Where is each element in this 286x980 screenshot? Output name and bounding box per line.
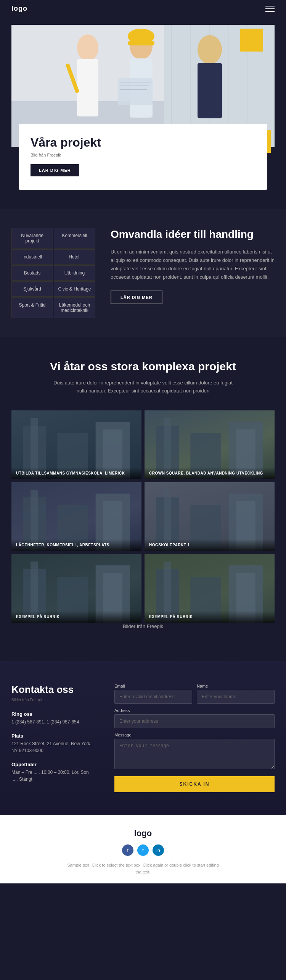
message-field[interactable] xyxy=(114,739,275,769)
gallery-title-g1: UTBILDA TILLSAMMANS GYMNASIESKOLA, LIMER… xyxy=(16,471,137,475)
name-field[interactable] xyxy=(197,690,275,704)
project-item-residential[interactable]: Bostads xyxy=(11,265,53,281)
project-item-civic[interactable]: Civic & Heritage xyxy=(54,281,95,297)
projects-content: Omvandla idéer till handling Ut enim ad … xyxy=(111,228,275,318)
contact-phone-label: Ring oss xyxy=(11,711,95,717)
svg-rect-9 xyxy=(77,59,98,116)
yellow-accent-top xyxy=(240,29,263,52)
hero-image-credit: Bild från Freepik xyxy=(31,153,255,157)
address-form-label: Address xyxy=(114,708,275,713)
footer: logo f t in Sample text. Click to select… xyxy=(0,815,286,883)
project-item-hotel[interactable]: Hotell xyxy=(54,249,95,265)
gallery-title-g2: CROWN SQUARE, BLANDAD ANVÄNDNING UTVECKL… xyxy=(149,471,270,475)
footer-logo: logo xyxy=(11,828,275,838)
complex-section: Vi åtar oss stora komplexa projekt Duis … xyxy=(0,337,286,661)
twitter-icon[interactable]: t xyxy=(137,844,149,856)
contact-freepik: Bilder från Freepik xyxy=(11,698,95,702)
gallery-item-g1[interactable]: UTBILDA TILLSAMMANS GYMNASIESKOLA, LIMER… xyxy=(11,410,141,479)
project-item-industrial[interactable]: Industriell xyxy=(11,249,53,265)
linkedin-icon[interactable]: in xyxy=(153,844,164,856)
complex-body: Duis aute irure dolor in reprehenderit i… xyxy=(48,379,238,395)
gallery-item-g2[interactable]: CROWN SQUARE, BLANDAD ANVÄNDNING UTVECKL… xyxy=(145,410,275,479)
header-logo: logo xyxy=(11,5,27,13)
project-item-current[interactable]: Nuvarande projekt xyxy=(11,228,53,249)
svg-point-14 xyxy=(198,35,222,64)
message-group: Message xyxy=(114,733,275,769)
message-label: Message xyxy=(114,733,275,737)
gallery-item-g3[interactable]: LÄGENHETER, KOMMERSIELL, ARBETSPLATS. xyxy=(11,482,141,551)
projects-gallery: UTBILDA TILLSAMMANS GYMNASIESKOLA, LIMER… xyxy=(11,410,275,623)
gallery-title-g5: EXEMPEL PÅ RUBRIK xyxy=(16,615,137,619)
gallery-item-g6[interactable]: EXEMPEL PÅ RUBRIK xyxy=(145,554,275,623)
contact-hours-group: Öppettider Mån – Fre ..... 10:00 – 20:00… xyxy=(11,762,95,783)
contact-hours: Mån – Fre ..... 10:00 – 20:00, Lör, Son … xyxy=(11,769,95,783)
email-field[interactable] xyxy=(114,690,192,704)
contact-phone-group: Ring oss 1 (234) 567-891, 1 (234) 987-65… xyxy=(11,711,95,725)
project-item-education[interactable]: Utbildning xyxy=(54,265,95,281)
contact-section: Kontakta oss Bilder från Freepik Ring os… xyxy=(0,661,286,815)
contact-left: Kontakta oss Bilder från Freepik Ring os… xyxy=(11,684,95,792)
contact-heading: Kontakta oss xyxy=(11,684,95,696)
contact-hours-label: Öppettider xyxy=(11,762,95,767)
contact-address: 121 Rock Street, 21 Avenue, New York, NY… xyxy=(11,740,95,754)
submit-button[interactable]: SKICKA IN xyxy=(114,776,275,792)
form-row-3: Message xyxy=(114,733,275,769)
gallery-title-g3: LÄGENHETER, KOMMERSIELL, ARBETSPLATS. xyxy=(16,543,137,547)
svg-rect-15 xyxy=(198,63,222,118)
footer-note: Sample text. Click to select the text bo… xyxy=(67,862,219,875)
name-group: Name xyxy=(197,684,275,704)
gallery-title-g6: EXEMPEL PÅ RUBRIK xyxy=(149,615,270,619)
projects-body: Ut enim ad minim veniam, quis nostrud ex… xyxy=(111,248,275,281)
contact-phone-numbers: 1 (234) 567-891, 1 (234) 987-654 xyxy=(11,718,95,725)
contact-form: Email Name Address Message xyxy=(114,684,275,792)
projects-grid: Nuvarande projektKommersiellIndustriellH… xyxy=(11,228,95,318)
svg-rect-13 xyxy=(128,41,154,45)
email-group: Email xyxy=(114,684,192,704)
gallery-title-g4: HÖGSKOLEPARKT 1 xyxy=(149,543,270,547)
email-label: Email xyxy=(114,684,192,688)
complex-heading: Vi åtar oss stora komplexa projekt xyxy=(11,360,275,373)
project-item-sport[interactable]: Sport & Fritid xyxy=(11,297,53,318)
contact-inner: Kontakta oss Bilder från Freepik Ring os… xyxy=(11,684,275,792)
project-item-commercial[interactable]: Kommersiell xyxy=(54,228,95,249)
menu-button[interactable] xyxy=(265,6,275,12)
hero-section: Våra projekt Bild från Freepik LÄR DIG M… xyxy=(0,17,286,209)
address-field[interactable] xyxy=(114,714,275,728)
gallery-freepik-note: Bilder från Freepik xyxy=(48,623,238,631)
projects-heading: Omvandla idéer till handling xyxy=(111,228,275,241)
hero-cta-button[interactable]: LÄR DIG MER xyxy=(31,164,79,176)
hero-card: Våra projekt Bild från Freepik LÄR DIG M… xyxy=(19,124,267,190)
gallery-item-g4[interactable]: HÖGSKOLEPARKT 1 xyxy=(145,482,275,551)
contact-address-group: Plats 121 Rock Street, 21 Avenue, New Yo… xyxy=(11,733,95,754)
projects-section: Nuvarande projektKommersiellIndustriellH… xyxy=(0,209,286,337)
social-icons: f t in xyxy=(11,844,275,856)
project-item-healthcare[interactable]: Sjukvård xyxy=(11,281,53,297)
form-row-2: Address xyxy=(114,708,275,728)
address-group: Address xyxy=(114,708,275,728)
contact-address-label: Plats xyxy=(11,733,95,739)
svg-point-8 xyxy=(77,34,98,61)
name-label: Name xyxy=(197,684,275,688)
projects-cta-button[interactable]: LÄR DIG MER xyxy=(111,291,162,304)
form-row-1: Email Name xyxy=(114,684,275,704)
header: logo xyxy=(0,0,286,17)
gallery-item-g5[interactable]: EXEMPEL PÅ RUBRIK xyxy=(11,554,141,623)
hero-title: Våra projekt xyxy=(31,136,255,150)
facebook-icon[interactable]: f xyxy=(122,844,133,856)
project-item-pharma[interactable]: Läkemedel och medicinteknik xyxy=(54,297,95,318)
